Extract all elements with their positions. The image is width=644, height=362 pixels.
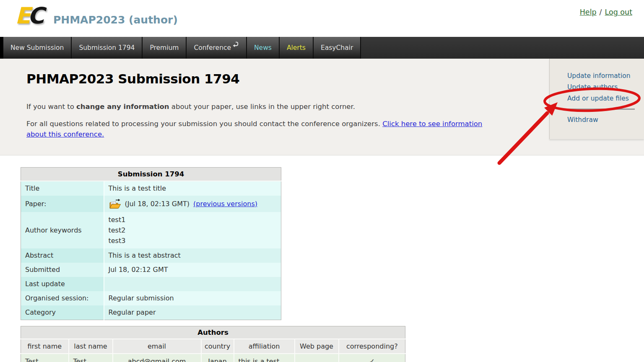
contact-paragraph: For all questions related to processing … (26, 119, 498, 140)
authors-table-title: Authors (21, 326, 405, 339)
title-value: This is a test title (104, 181, 281, 196)
links-divider: / (600, 8, 602, 16)
submission-table-title: Submission 1794 (21, 168, 281, 181)
nav-left-edge (0, 37, 3, 59)
app-header: EC PHMAP2023 (author) Help/Log out (0, 0, 644, 37)
previous-versions-link[interactable]: (previous versions) (193, 199, 257, 209)
paper-label: Paper: (21, 196, 104, 212)
keywords-value: test1 test2 test3 (104, 212, 281, 248)
submission-table: Submission 1794 Title This is a test tit… (21, 167, 281, 320)
nav-new-submission[interactable]: New Submission (3, 37, 72, 59)
col-first-name: first name (21, 339, 69, 354)
return-arrow-icon (232, 41, 239, 48)
last-update-label: Last update (21, 277, 104, 291)
paper-timestamp: (Jul 18, 02:13 GMT) (125, 199, 190, 209)
authors-header-row: first name last name email country affil… (21, 339, 405, 354)
session-links: Help/Log out (580, 8, 632, 16)
nav-alerts[interactable]: Alerts (280, 37, 314, 59)
author-affiliation: this is a test (234, 354, 295, 362)
intro-text-pre: If you want to (26, 103, 76, 111)
col-email: email (113, 339, 201, 354)
main-nav: New Submission Submission 1794 Premium C… (0, 37, 644, 59)
col-affiliation: affiliation (234, 339, 295, 354)
title-label: Title (21, 181, 104, 196)
last-update-value (104, 277, 281, 291)
author-first-name: Test (21, 354, 69, 362)
submitted-label: Submitted (21, 263, 104, 277)
organised-session-label: Organised session: (21, 291, 104, 305)
keyword-item: test2 (109, 225, 277, 235)
nav-submission-1794[interactable]: Submission 1794 (72, 37, 143, 59)
table-row: Abstract This is a test abstract (21, 248, 281, 263)
table-row: Category Regular paper (21, 305, 281, 320)
table-row: Last update (21, 277, 281, 291)
col-corresponding: corresponding? (339, 339, 405, 354)
author-country: Japan (201, 354, 234, 362)
abstract-value: This is a test abstract (104, 248, 281, 263)
menu-divider (567, 109, 635, 110)
nav-easychair[interactable]: EasyChair (314, 37, 361, 59)
logo-letter-e: E (15, 3, 28, 29)
col-last-name: last name (69, 339, 113, 354)
submitted-value: Jul 18, 02:12 GMT (104, 263, 281, 277)
organised-session-value: Regular submission (104, 291, 281, 305)
open-folder-icon[interactable] (109, 198, 121, 209)
author-email: abcd@gmail.com (113, 354, 201, 362)
nav-premium[interactable]: Premium (143, 37, 187, 59)
nav-conference[interactable]: Conference (187, 37, 247, 59)
intro-text-post: about your paper, use links in the upper… (169, 103, 355, 111)
nav-conference-label: Conference (194, 44, 231, 52)
author-web-page (295, 354, 339, 362)
add-or-update-files-link[interactable]: Add or update files (567, 95, 644, 102)
contact-text: For all questions related to processing … (26, 120, 382, 128)
authors-table: Authors first name last name email count… (21, 326, 405, 362)
table-row: Paper: (Jul 18, 02:13 GMT) (previous ver… (21, 196, 281, 212)
author-corresponding-check: ✓ (339, 354, 405, 362)
update-authors-link[interactable]: Update authors (567, 84, 644, 91)
help-link[interactable]: Help (580, 8, 597, 16)
logo-letter-c: C (28, 3, 42, 29)
abstract-label: Abstract (21, 248, 104, 263)
keyword-item: test3 (109, 235, 277, 246)
col-web-page: Web page (295, 339, 339, 354)
table-row: Title This is a test title (21, 181, 281, 196)
keyword-item: test1 (109, 215, 277, 225)
table-row: Author keywords test1 test2 test3 (21, 212, 281, 248)
intro-section: PHMAP2023 Submission 1794 If you want to… (0, 59, 644, 155)
author-row: Test Test abcd@gmail.com Japan this is a… (21, 354, 405, 362)
intro-text-bold: change any information (76, 103, 169, 111)
intro-paragraph: If you want to change any information ab… (26, 101, 446, 112)
col-country: country (201, 339, 234, 354)
logout-link[interactable]: Log out (605, 8, 632, 16)
update-information-link[interactable]: Update information (567, 72, 644, 80)
submission-actions-menu: Update information Update authors Add or… (549, 59, 644, 139)
page-title: PHMAP2023 Submission 1794 (26, 71, 239, 86)
author-last-name: Test (69, 354, 113, 362)
category-value: Regular paper (104, 305, 281, 320)
app-title: PHMAP2023 (author) (53, 14, 178, 26)
table-row: Organised session: Regular submission (21, 291, 281, 305)
category-label: Category (21, 305, 104, 320)
keywords-label: Author keywords (21, 212, 104, 248)
table-row: Submitted Jul 18, 02:12 GMT (21, 263, 281, 277)
withdraw-link[interactable]: Withdraw (567, 116, 644, 124)
easychair-logo[interactable]: EC (15, 3, 42, 28)
nav-news[interactable]: News (247, 37, 280, 59)
